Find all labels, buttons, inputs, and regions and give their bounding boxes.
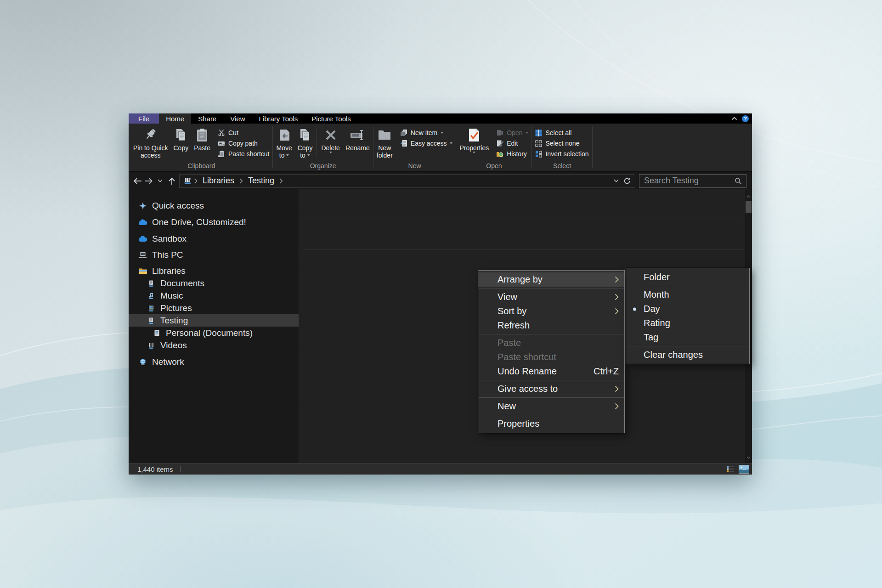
menu-item-sort-by[interactable]: Sort by: [478, 304, 624, 318]
move-to-button[interactable]: Move to: [273, 125, 294, 160]
videos-library-icon: [146, 342, 157, 349]
music-library-icon: [146, 292, 157, 300]
sidebar-item-music[interactable]: Music: [129, 289, 299, 302]
address-bar: Libraries Testing: [129, 172, 752, 189]
select-none-button[interactable]: Select none: [535, 138, 588, 148]
dropdown-caret: [441, 132, 443, 134]
breadcrumb-testing[interactable]: Testing: [245, 176, 277, 186]
menu-item-paste: Paste: [478, 336, 624, 350]
sidebar-item-sandbox[interactable]: Sandbox: [129, 232, 299, 245]
breadcrumb-chevron-icon[interactable]: [192, 178, 199, 184]
sidebar-item-pictures[interactable]: Pictures: [129, 302, 299, 314]
copy-icon: [174, 126, 188, 144]
cut-button[interactable]: Cut: [218, 128, 270, 138]
dropdown-caret: [329, 152, 332, 153]
refresh-icon[interactable]: [623, 177, 631, 185]
sidebar-item-quick-access[interactable]: Quick access: [129, 199, 299, 212]
copy-path-button[interactable]: Copy path: [218, 138, 270, 148]
copy-to-button[interactable]: Copy to: [295, 125, 316, 160]
copy-button[interactable]: Copy: [170, 125, 191, 153]
menu-item-arrange-by[interactable]: Arrange by: [478, 272, 624, 287]
submenu-item-folder[interactable]: Folder: [626, 270, 749, 284]
edit-button[interactable]: Edit: [496, 138, 528, 148]
recent-locations-chevron-icon[interactable]: [154, 175, 166, 187]
scrollbar-thumb[interactable]: [746, 201, 752, 213]
sidebar-item-libraries[interactable]: Libraries: [129, 265, 299, 277]
help-icon[interactable]: ?: [742, 115, 749, 122]
ribbon-group-organize: Move to Copy to Delete: [273, 124, 372, 171]
forward-button[interactable]: [143, 175, 154, 187]
tab-home[interactable]: Home: [159, 113, 191, 124]
menu-item-view[interactable]: View: [478, 290, 624, 304]
back-button[interactable]: [131, 175, 143, 187]
details-view-icon[interactable]: [726, 465, 735, 473]
scrollbar-down-icon[interactable]: [746, 452, 751, 461]
tab-file[interactable]: File: [129, 113, 159, 124]
status-divider: [180, 466, 181, 472]
personal-documents-icon: [151, 329, 162, 337]
menu-item-undo-rename[interactable]: Undo Rename Ctrl+Z: [478, 364, 624, 379]
tab-library-tools[interactable]: Library Tools: [252, 113, 305, 124]
paste-button[interactable]: Paste: [191, 125, 213, 153]
ribbon-group-new: New folder New item: [374, 124, 456, 171]
delete-button[interactable]: Delete: [318, 125, 342, 154]
submenu-item-rating[interactable]: Rating: [626, 316, 749, 330]
pin-to-quick-access-button[interactable]: Pin to Quick access: [130, 125, 170, 160]
ribbon-separator: [373, 126, 373, 168]
properties-button[interactable]: Properties: [457, 125, 492, 154]
search-input[interactable]: [639, 176, 735, 186]
sidebar-item-this-pc[interactable]: This PC: [129, 249, 299, 261]
breadcrumb-chevron-icon[interactable]: [277, 178, 285, 184]
submenu-chevron-icon: [615, 385, 619, 392]
rename-button[interactable]: Rename: [343, 125, 373, 153]
selected-option-bullet-icon: [633, 307, 636, 311]
history-icon: [496, 150, 503, 158]
submenu-item-day[interactable]: Day: [626, 302, 749, 316]
select-all-button[interactable]: Select all: [535, 128, 588, 138]
group-separator-line: [303, 216, 743, 216]
menu-item-new[interactable]: New: [478, 399, 624, 413]
menu-item-refresh[interactable]: Refresh: [478, 318, 624, 333]
large-thumbnails-view-icon[interactable]: [739, 465, 749, 474]
address-box[interactable]: Libraries Testing: [179, 174, 635, 188]
tab-share[interactable]: Share: [191, 113, 223, 124]
up-button[interactable]: [166, 175, 177, 187]
submenu-item-tag[interactable]: Tag: [626, 330, 749, 345]
dropdown-caret: [526, 132, 528, 134]
sidebar-item-documents[interactable]: Documents: [129, 277, 299, 289]
submenu-item-month[interactable]: Month: [626, 288, 749, 302]
breadcrumb-libraries[interactable]: Libraries: [199, 176, 237, 186]
search-icon[interactable]: [735, 177, 746, 185]
scrollbar-up-icon[interactable]: [746, 192, 751, 200]
dropdown-caret: [286, 154, 289, 156]
sidebar-item-personal-documents[interactable]: Personal (Documents): [129, 327, 299, 339]
this-pc-icon: [137, 251, 148, 259]
breadcrumb-chevron-icon[interactable]: [237, 178, 245, 184]
submenu-chevron-icon: [615, 294, 619, 300]
submenu-chevron-icon: [615, 308, 619, 315]
easy-access-button[interactable]: Easy access: [400, 138, 453, 148]
testing-library-icon: [146, 317, 157, 324]
menu-item-properties[interactable]: Properties: [478, 417, 624, 431]
dropdown-caret: [307, 154, 310, 156]
minimize-ribbon-icon[interactable]: [731, 117, 737, 120]
menu-item-give-access-to[interactable]: Give access to: [478, 382, 624, 396]
address-dropdown-chevron-icon[interactable]: [614, 179, 619, 182]
sidebar-item-network[interactable]: Network: [129, 356, 299, 368]
invert-selection-button[interactable]: Invert selection: [535, 149, 588, 159]
paste-shortcut-button[interactable]: Paste shortcut: [218, 149, 270, 159]
library-location-icon: [183, 177, 192, 185]
sidebar-item-onedrive[interactable]: One Drive, CUstomized!: [129, 216, 299, 228]
group-label-clipboard: Clipboard: [130, 163, 272, 171]
sidebar-item-videos[interactable]: Videos: [129, 339, 299, 351]
submenu-item-clear-changes[interactable]: Clear changes: [626, 348, 749, 362]
new-folder-button[interactable]: New folder: [374, 125, 396, 160]
sidebar-item-testing[interactable]: Testing: [129, 314, 299, 327]
history-button[interactable]: History: [496, 149, 528, 159]
new-item-button[interactable]: New item: [400, 128, 453, 138]
delete-icon: [324, 126, 337, 144]
menu-separator: [479, 380, 624, 380]
new-item-icon: [400, 129, 407, 136]
tab-view[interactable]: View: [223, 113, 252, 124]
tab-picture-tools[interactable]: Picture Tools: [305, 113, 358, 124]
